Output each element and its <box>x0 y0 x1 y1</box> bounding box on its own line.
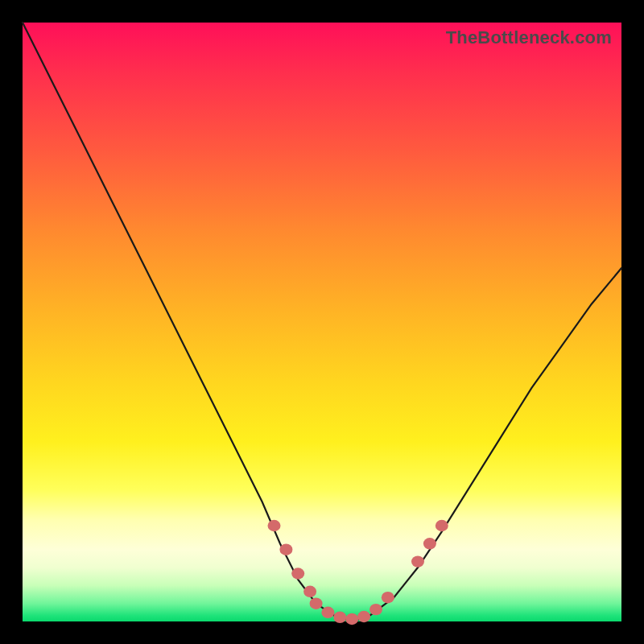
curve-layer <box>23 23 621 621</box>
curve-marker <box>411 555 424 567</box>
curve-marker <box>357 611 370 622</box>
curve-marker <box>369 604 382 615</box>
chart-frame: TheBottleneck.com <box>23 23 621 621</box>
curve-marker <box>310 598 323 609</box>
curve-marker <box>423 538 436 549</box>
plot-area: TheBottleneck.com <box>23 23 621 621</box>
curve-marker <box>345 613 358 625</box>
curve-marker <box>268 520 281 531</box>
curve-marker <box>303 586 316 597</box>
curve-marker <box>382 592 394 603</box>
curve-marker <box>279 544 292 555</box>
curve-marker <box>436 520 448 531</box>
curve-marker <box>333 612 346 623</box>
curve-marker <box>291 568 304 579</box>
bottleneck-curve <box>23 23 621 621</box>
curve-markers <box>268 520 448 625</box>
curve-marker <box>321 607 334 618</box>
